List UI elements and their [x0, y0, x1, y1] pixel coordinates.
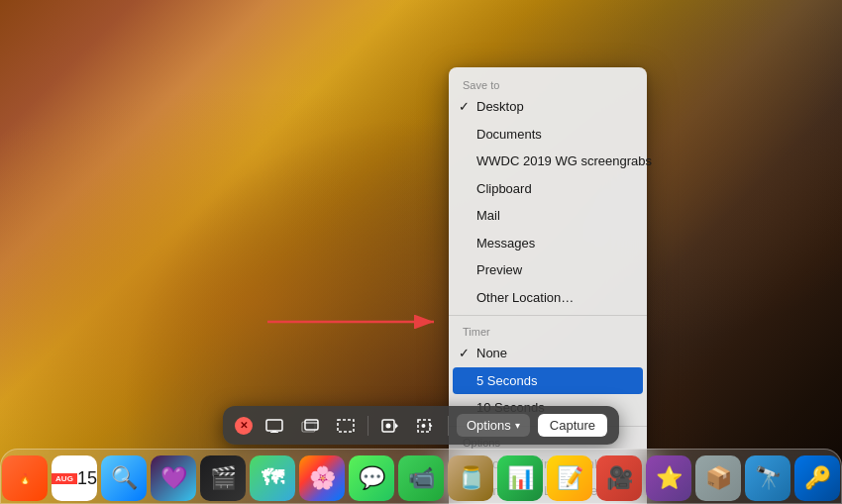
dock: 🔥 AUG 15 🔍 💜 🎬 🗺 🌸 💬 📹 🫙 📊 📝 🎥 ⭐ 📦 � — [0, 449, 842, 504]
menu-item-mail[interactable]: Mail — [449, 202, 647, 230]
dock-icon-numbers[interactable]: 📊 — [497, 455, 543, 501]
dock-icon-finder[interactable]: 🔍 — [101, 455, 147, 501]
options-label: Options — [467, 418, 511, 433]
capture-selection-button[interactable] — [332, 415, 360, 437]
capture-screen-button[interactable] — [261, 415, 288, 437]
timer-section-label: Timer — [449, 320, 647, 340]
dock-icon-db[interactable]: 🫙 — [448, 455, 493, 501]
dock-icon-calendar[interactable]: AUG 15 — [52, 455, 97, 501]
dock-icon-onepassword[interactable]: 🔑 — [794, 455, 840, 501]
dock-icon-notes[interactable]: 📝 — [547, 455, 592, 501]
dock-icon-taskheat[interactable]: 🔥 — [2, 455, 48, 501]
screenshot-toolbar: ✕ — [223, 406, 619, 445]
capture-button[interactable]: Capture — [538, 414, 607, 437]
svg-point-13 — [421, 424, 425, 428]
menu-item-preview[interactable]: Preview — [449, 256, 647, 284]
close-button[interactable]: ✕ — [235, 417, 253, 435]
svg-marker-14 — [429, 423, 432, 428]
arrow-indicator — [267, 315, 441, 329]
save-to-section-label: Save to — [449, 73, 647, 93]
menu-item-none[interactable]: None — [449, 340, 647, 367]
dock-icon-maps[interactable]: 🗺 — [250, 455, 295, 501]
dock-icon-messages[interactable]: 💬 — [349, 455, 394, 501]
svg-rect-8 — [338, 420, 354, 432]
menu-item-messages[interactable]: Messages — [449, 230, 647, 257]
dock-icon-claquette[interactable]: 🎬 — [200, 455, 246, 501]
menu-item-wwdc[interactable]: WWDC 2019 WG screengrabs — [449, 148, 647, 175]
toolbar-separator-2 — [448, 416, 449, 436]
options-dropdown-button[interactable]: Options ▾ — [457, 414, 530, 437]
record-screen-button[interactable] — [376, 415, 404, 437]
dock-icon-facetime[interactable]: 📹 — [398, 455, 444, 501]
menu-item-desktop[interactable]: Desktop — [449, 93, 647, 121]
dock-icon-star[interactable]: ⭐ — [646, 455, 691, 501]
svg-rect-2 — [266, 420, 282, 431]
record-selection-button[interactable] — [412, 415, 440, 437]
menu-item-clipboard[interactable]: Clipboard — [449, 175, 647, 203]
menu-divider-1 — [449, 315, 647, 316]
options-chevron-icon: ▾ — [515, 420, 520, 431]
svg-rect-4 — [270, 432, 278, 433]
dock-icon-dns[interactable]: 🔭 — [745, 455, 790, 501]
dock-icon-photos[interactable]: 🌸 — [299, 455, 345, 501]
dock-icon-video[interactable]: 🎥 — [596, 455, 642, 501]
menu-item-documents[interactable]: Documents — [449, 121, 647, 149]
dock-icon-archive[interactable]: 📦 — [695, 455, 741, 501]
svg-marker-11 — [395, 423, 398, 429]
menu-item-other-location[interactable]: Other Location… — [449, 284, 647, 312]
menu-item-5-seconds[interactable]: 5 Seconds — [453, 367, 643, 395]
dock-icon-slack[interactable]: 💜 — [151, 455, 196, 501]
svg-rect-6 — [305, 420, 318, 430]
svg-point-10 — [385, 423, 390, 428]
toolbar-separator-1 — [368, 416, 368, 436]
capture-window-button[interactable] — [296, 415, 324, 437]
